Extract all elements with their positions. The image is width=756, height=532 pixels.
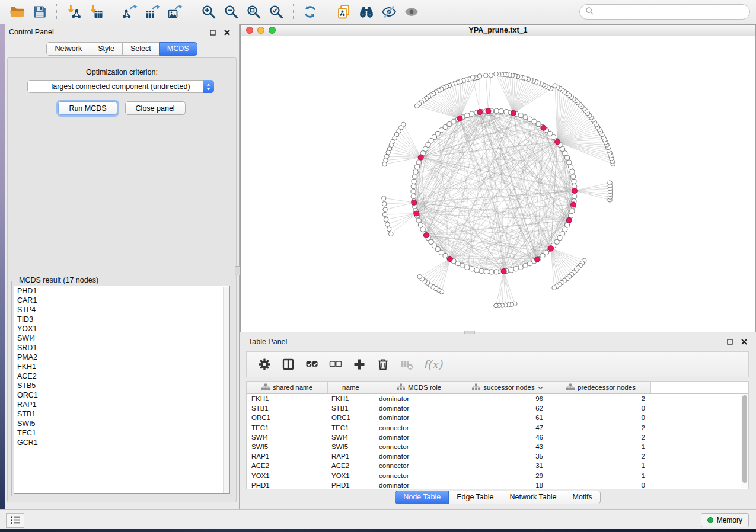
network-window-titlebar[interactable]: YPA_prune.txt_1	[241, 25, 755, 37]
table-row[interactable]: FKH1FKH1dominator962	[247, 394, 748, 403]
network-graph	[241, 36, 755, 332]
table-row[interactable]: PHD1PHD1dominator180	[247, 480, 748, 489]
column-header-name[interactable]: name	[328, 382, 374, 393]
table-row[interactable]: RAP1RAP1dominator352	[247, 451, 748, 461]
memory-button[interactable]: Memory	[701, 513, 749, 527]
table-row[interactable]: TEC1TEC1connector472	[247, 423, 748, 432]
mcds-result-item[interactable]: STB1	[14, 409, 229, 419]
mcds-result-item[interactable]: GCR1	[14, 438, 229, 447]
toolbar-separator	[327, 4, 327, 20]
search-network-icon[interactable]	[355, 2, 378, 22]
deselect-all-icon[interactable]	[326, 356, 344, 373]
mcds-result-item[interactable]: TID3	[14, 315, 229, 324]
control-tab-mcds[interactable]: MCDS	[159, 42, 197, 56]
mcds-hub-node	[412, 200, 417, 205]
refresh-icon[interactable]	[299, 2, 321, 22]
mcds-result-item[interactable]: PMA2	[14, 352, 229, 362]
table-cell: STB1	[247, 405, 328, 412]
column-label: successor nodes	[483, 384, 534, 391]
mcds-result-item[interactable]: ACE2	[14, 371, 229, 381]
show-columns-icon[interactable]	[279, 356, 297, 373]
hide-selected-icon[interactable]	[378, 2, 400, 22]
column-header-shared-name[interactable]: shared name	[247, 382, 328, 393]
close-panel-button[interactable]: Close panel	[125, 101, 186, 115]
table-cell: 46	[464, 434, 551, 441]
table-cell: 62	[464, 405, 551, 412]
table-cell: YOX1	[247, 472, 328, 479]
control-tab-network[interactable]: Network	[46, 42, 90, 56]
network-view-canvas[interactable]	[241, 36, 755, 332]
table-row[interactable]: SWI4SWI4dominator462	[247, 432, 748, 442]
mcds-hub-node	[541, 125, 546, 130]
export-image-icon[interactable]	[164, 2, 186, 22]
table-cell: dominator	[374, 405, 464, 412]
create-column-icon[interactable]	[350, 356, 368, 373]
table-row[interactable]: YOX1YOX1connector291	[247, 471, 748, 480]
table-row[interactable]: ACE2ACE2connector311	[247, 461, 748, 470]
mcds-result-item[interactable]: CAR1	[14, 296, 229, 305]
minimize-window-icon[interactable]	[257, 27, 264, 34]
mcds-result-item[interactable]: STP4	[14, 305, 229, 315]
clone-network-icon[interactable]	[333, 2, 355, 22]
table-scrollbar[interactable]	[741, 394, 748, 488]
mcds-result-item[interactable]: PHD1	[14, 286, 229, 296]
mcds-result-item[interactable]: STB5	[14, 381, 229, 390]
mcds-result-item[interactable]: SWI5	[14, 419, 229, 428]
zoom-out-icon[interactable]	[220, 2, 243, 22]
select-all-icon[interactable]	[302, 356, 321, 373]
table-scrollbar-thumb[interactable]	[742, 395, 747, 483]
table-panel-close-icon[interactable]	[741, 338, 748, 345]
zoom-in-icon[interactable]	[197, 2, 220, 22]
mcds-result-item[interactable]: TEC1	[14, 428, 229, 438]
table-row[interactable]: SWI5SWI5connector431	[247, 442, 748, 451]
table-cell: 2	[551, 424, 651, 431]
mcds-result-list[interactable]: PHD1CAR1STP4TID3YOX1SWI4SRD1PMA2FKH1ACE2…	[14, 286, 230, 494]
mcds-list-scrollbar[interactable]	[223, 287, 229, 493]
table-cell: YOX1	[328, 472, 374, 479]
column-header-predecessor-nodes[interactable]: predecessor nodes	[551, 382, 651, 393]
column-header-successor-nodes[interactable]: successor nodes	[464, 382, 551, 393]
search-input[interactable]	[594, 7, 744, 17]
table-settings-icon[interactable]	[255, 356, 273, 373]
control-panel-close-icon[interactable]	[224, 29, 231, 36]
table-tab-network-table[interactable]: Network Table	[502, 491, 565, 504]
save-session-icon[interactable]	[28, 2, 51, 22]
table-cell: 1	[551, 472, 651, 479]
run-mcds-button[interactable]: Run MCDS	[58, 101, 117, 115]
mcds-result-item[interactable]: ORC1	[14, 390, 229, 400]
close-window-icon[interactable]	[246, 27, 253, 34]
table-cell: 18	[464, 482, 551, 489]
maximize-window-icon[interactable]	[269, 27, 276, 34]
node-table-body: FKH1FKH1dominator962STB1STB1dominator620…	[247, 394, 748, 489]
mcds-result-item[interactable]: YOX1	[14, 324, 229, 334]
zoom-fit-icon[interactable]	[243, 2, 265, 22]
control-panel-float-icon[interactable]	[209, 29, 216, 36]
table-cell: 35	[464, 453, 551, 460]
mcds-result-item[interactable]: RAP1	[14, 400, 229, 409]
mcds-hub-node	[414, 211, 419, 216]
mcds-result-item[interactable]: SWI4	[14, 334, 229, 343]
import-network-icon[interactable]	[62, 2, 85, 22]
import-table-icon[interactable]	[85, 2, 107, 22]
delete-column-icon[interactable]	[374, 356, 392, 373]
table-row[interactable]: STB1STB1dominator620	[247, 403, 748, 413]
table-cell: 43	[464, 443, 551, 450]
table-tab-edge-table[interactable]: Edge Table	[448, 491, 502, 504]
open-session-icon[interactable]	[6, 2, 28, 22]
table-tab-motifs[interactable]: Motifs	[564, 491, 600, 504]
table-cell: ORC1	[247, 414, 328, 421]
mcds-result-item[interactable]: FKH1	[14, 362, 229, 371]
column-header-MCDS-role[interactable]: MCDS role	[374, 382, 464, 393]
mcds-result-item[interactable]: SRD1	[14, 343, 229, 352]
panel-menu-button[interactable]	[6, 513, 24, 528]
export-network-icon[interactable]	[119, 2, 141, 22]
table-tab-node-table[interactable]: Node Table	[395, 491, 449, 504]
control-tab-style[interactable]: Style	[90, 42, 123, 56]
search-box[interactable]	[579, 4, 750, 20]
criterion-dropdown[interactable]: largest connected component (undirected)	[27, 80, 214, 93]
zoom-selected-icon[interactable]	[265, 2, 288, 22]
table-row[interactable]: ORC1ORC1dominator610	[247, 413, 748, 422]
export-table-icon[interactable]	[141, 2, 164, 22]
table-panel-float-icon[interactable]	[726, 338, 733, 345]
control-tab-select[interactable]: Select	[122, 42, 160, 56]
